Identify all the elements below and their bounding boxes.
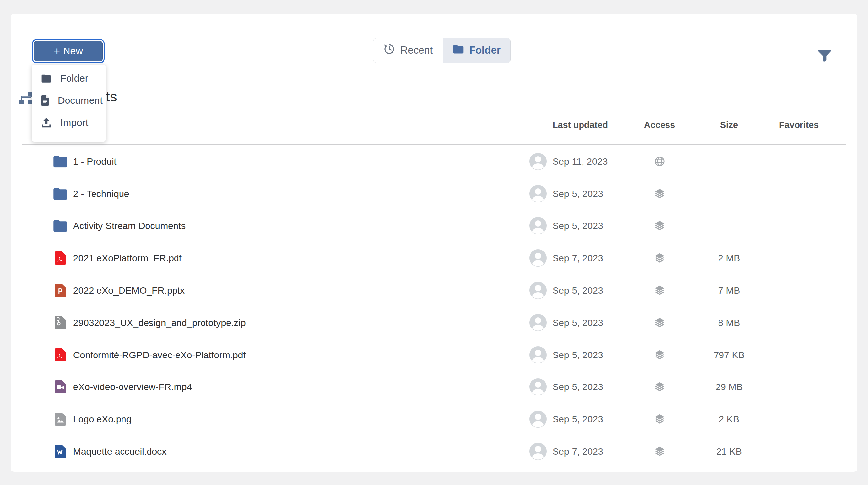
last-updated-date: Sep 5, 2023 [553, 221, 603, 231]
folder-icon [453, 45, 464, 54]
documents-app: { "page_title": "Documents", "toolbar": … [0, 0, 868, 485]
tab-recent-label: Recent [400, 45, 433, 56]
table-row[interactable]: Conformité-RGPD-avec-eXo-Platform.pdf Se… [10, 339, 858, 371]
menu-item-label: Document [58, 95, 103, 106]
filter-icon [817, 49, 832, 62]
last-updated-date: Sep 5, 2023 [553, 285, 603, 296]
new-menu: Folder Document Import [32, 64, 106, 142]
new-button[interactable]: + New [34, 41, 103, 61]
file-size: 7 MB [718, 285, 740, 296]
folder-menu-icon [41, 74, 52, 83]
column-size: Size [720, 120, 738, 130]
image-file-icon [55, 412, 66, 426]
word-file-icon [55, 445, 66, 458]
avatar-icon [529, 153, 547, 170]
column-access: Access [644, 120, 675, 130]
tab-folder[interactable]: Folder [442, 38, 510, 63]
avatar-icon [529, 217, 547, 234]
avatar [529, 250, 547, 266]
last-updated-date: Sep 5, 2023 [553, 414, 603, 425]
last-updated-date: Sep 7, 2023 [553, 446, 603, 457]
file-size: 21 KB [716, 446, 742, 457]
file-name[interactable]: 29032023_UX_design_and_prototype.zip [73, 317, 246, 328]
layers-icon [654, 381, 665, 392]
tab-recent[interactable]: Recent [373, 38, 442, 63]
document-icon [40, 95, 50, 106]
last-updated-date: Sep 7, 2023 [553, 253, 603, 264]
view-toggle: Recent Folder [373, 38, 511, 63]
file-name[interactable]: 1 - Produit [73, 156, 116, 167]
avatar [529, 153, 547, 170]
tab-folder-label: Folder [469, 45, 500, 56]
table-row[interactable]: Activity Stream Documents Sep 5, 2023 [10, 210, 858, 242]
file-name[interactable]: Activity Stream Documents [73, 221, 186, 231]
menu-item-import[interactable]: Import [32, 111, 106, 134]
file-size: 797 KB [714, 349, 745, 360]
zip-file-icon [55, 316, 66, 329]
avatar-icon [529, 346, 547, 364]
upload-icon [41, 118, 52, 127]
layers-icon [654, 446, 665, 457]
menu-item-label: Import [60, 117, 88, 128]
menu-item-folder[interactable]: Folder [32, 67, 106, 89]
last-updated-date: Sep 5, 2023 [553, 349, 603, 360]
table-row[interactable]: 2021 eXoPlatform_FR.pdf Sep 7, 2023 2 MB [10, 242, 858, 274]
folder-icon [53, 188, 68, 200]
favorite-cell [791, 250, 807, 266]
file-size: 29 MB [716, 381, 743, 392]
file-table: 1 - Produit Sep 11, 2023 2 - Technique S… [10, 145, 858, 467]
avatar [529, 378, 547, 395]
avatar [529, 314, 547, 331]
file-size: 8 MB [718, 317, 740, 328]
folder-icon [53, 155, 68, 167]
avatar-icon [529, 443, 547, 460]
avatar [529, 217, 547, 234]
table-row[interactable]: Maquette accueil.docx Sep 7, 2023 21 KB [10, 435, 858, 467]
avatar-icon [529, 250, 547, 266]
pdf-file-icon [55, 251, 66, 264]
last-updated-date: Sep 5, 2023 [553, 381, 603, 392]
avatar [529, 185, 547, 202]
documents-card: Documents + New Folder Document Import R… [10, 14, 858, 472]
layers-icon [654, 349, 665, 361]
file-name[interactable]: Logo eXo.png [73, 414, 132, 425]
file-name[interactable]: 2022 eXo_DEMO_FR.pptx [73, 285, 185, 296]
file-name[interactable]: Conformité-RGPD-avec-eXo-Platform.pdf [73, 349, 246, 360]
new-button-label: New [63, 46, 83, 57]
layers-icon [654, 285, 665, 296]
table-row[interactable]: 2 - Technique Sep 5, 2023 [10, 178, 858, 210]
file-name[interactable]: 2021 eXoPlatform_FR.pdf [73, 253, 182, 264]
table-row[interactable]: 29032023_UX_design_and_prototype.zip Sep… [10, 307, 858, 339]
filter-button[interactable] [814, 46, 835, 66]
favorite-cell [791, 153, 807, 169]
avatar-icon [529, 314, 547, 331]
favorite-cell [791, 444, 807, 459]
file-size: 2 MB [718, 253, 740, 264]
globe-icon [654, 156, 665, 167]
avatar-icon [529, 185, 547, 202]
last-updated-date: Sep 5, 2023 [553, 317, 603, 328]
layers-icon [654, 252, 665, 264]
file-name[interactable]: eXo-video-overview-FR.mp4 [73, 381, 192, 392]
avatar-icon [529, 282, 547, 299]
folder-icon [453, 45, 464, 56]
table-row[interactable]: 2022 eXo_DEMO_FR.pptx Sep 5, 2023 7 MB [10, 274, 858, 307]
file-name[interactable]: 2 - Technique [73, 188, 129, 199]
history-icon [383, 43, 395, 55]
layers-icon [654, 220, 665, 231]
table-row[interactable]: 1 - Produit Sep 11, 2023 [10, 145, 858, 178]
table-row[interactable]: Logo eXo.png Sep 5, 2023 2 KB [10, 403, 858, 435]
layers-icon [654, 317, 665, 328]
menu-item-label: Folder [60, 73, 88, 84]
plus-icon: + [54, 46, 60, 56]
favorite-cell [791, 411, 807, 427]
avatar-icon [529, 378, 547, 395]
avatar [529, 443, 547, 460]
menu-item-document[interactable]: Document [32, 89, 106, 111]
favorite-cell [791, 379, 807, 395]
filter-icon [817, 49, 832, 63]
favorite-cell [791, 282, 807, 298]
avatar [529, 346, 547, 364]
table-row[interactable]: eXo-video-overview-FR.mp4 Sep 5, 2023 29… [10, 371, 858, 403]
file-name[interactable]: Maquette accueil.docx [73, 446, 166, 457]
